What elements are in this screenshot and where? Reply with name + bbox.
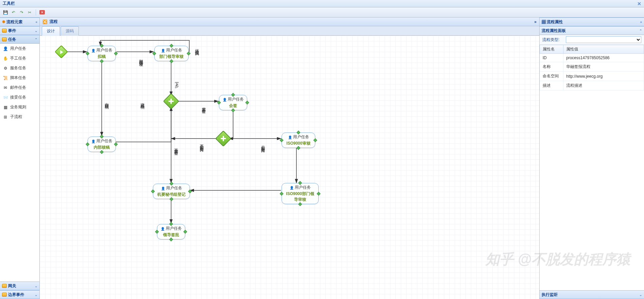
close-icon[interactable]: ✕ — [637, 1, 641, 6]
toolbar-title: 工具栏 — [3, 1, 15, 6]
edge-label: 需要会签 — [201, 104, 206, 107]
task-user[interactable]: 👤用户任务 — [0, 44, 39, 53]
tasks-group[interactable]: 任务 ⌃ — [0, 35, 39, 44]
hand-icon: ✋ — [3, 56, 8, 61]
folder-icon — [2, 29, 7, 33]
canvas[interactable]: 用户任务 拟稿 用户任务 部门领导审核 用户任务 内部核稿 用户任务 — [40, 36, 539, 299]
task-manual[interactable]: ✋手工任务 — [0, 53, 39, 63]
inbox-icon: 📨 — [3, 95, 8, 100]
toolbar-buttons: 💾 ↶ ↷ ✂ ✕ — [0, 7, 644, 17]
col-attr-name: 属性名 — [540, 45, 564, 54]
task-rule[interactable]: ▦业务规则 — [0, 102, 39, 112]
chevron-up-icon: ⌃ — [35, 38, 37, 41]
tab-design[interactable]: 设计 — [42, 26, 60, 36]
flow-type-label: 流程类型: — [542, 37, 566, 43]
script-icon: 📜 — [3, 75, 8, 81]
sidebar-left: ❋ 流程元素 « 事件 ⌄ 任务 ⌃ 👤用户任务 ✋手工任务 ⚙服务任务 📜脚本… — [0, 17, 40, 299]
user-icon — [91, 139, 95, 144]
props-title[interactable]: ▦ 流程属性 » — [540, 17, 644, 26]
node-iso-review[interactable]: 用户任务 ISO9000审核 — [282, 133, 315, 148]
undo-icon: ↶ — [12, 10, 15, 15]
save-icon: 💾 — [3, 10, 8, 15]
edge-label: 完成核稿 — [139, 100, 145, 102]
node-cosign[interactable]: 用户任务 会签 — [219, 95, 247, 110]
chevron-up-icon: ⌃ — [639, 29, 642, 33]
center-panel: 🔀 流程 » 设计 源码 — [40, 17, 540, 299]
elements-icon: ❋ — [2, 20, 5, 24]
edge-label: 是制定文件 — [260, 143, 266, 146]
chevron-down-icon: ⌄ — [639, 293, 642, 297]
save-button[interactable]: 💾 — [2, 9, 9, 16]
flow-icon: 🔀 — [42, 20, 47, 24]
separator — [36, 9, 36, 15]
events-group[interactable]: 事件 ⌄ — [0, 26, 39, 35]
table-row[interactable]: 描述流程描述 — [540, 81, 644, 90]
undo-button[interactable]: ↶ — [10, 9, 17, 16]
center-title: 流程 — [50, 19, 58, 25]
task-receive[interactable]: 📨接受任务 — [0, 92, 39, 102]
user-icon — [223, 97, 227, 102]
user-icon — [161, 186, 165, 191]
user-icon — [290, 185, 294, 190]
elements-panel-title[interactable]: ❋ 流程元素 « — [0, 17, 39, 26]
task-list: 👤用户任务 ✋手工任务 ⚙服务任务 📜脚本任务 ✉邮件任务 📨接受任务 ▦业务规… — [0, 44, 39, 282]
table-row[interactable]: 命名空间http://www.jeecg.org — [540, 72, 644, 81]
flow-type-select[interactable] — [566, 36, 641, 43]
edge-label: 下一步 — [174, 79, 180, 81]
gateway-group[interactable]: 网关 ⌄ — [0, 282, 39, 290]
center-header: 🔀 流程 » — [40, 17, 539, 26]
user-icon — [91, 48, 95, 53]
node-draft[interactable]: 用户任务 拟稿 — [88, 46, 116, 61]
task-subprocess[interactable]: ⊞子流程 — [0, 112, 39, 122]
listener-panel[interactable]: 执行监听 ⌄ — [540, 290, 644, 299]
redo-icon: ↷ — [20, 10, 23, 15]
edge-label: 不是制定文件 — [199, 141, 204, 145]
table-row[interactable]: 名称华融签报流程 — [540, 62, 644, 72]
gateway-1[interactable] — [165, 96, 177, 107]
delete-icon: ✕ — [39, 10, 45, 14]
cut-button[interactable]: ✂ — [26, 9, 33, 16]
gear-icon: ⚙ — [3, 66, 8, 71]
edge-label: 不需要会签 — [173, 145, 179, 149]
folder-icon — [2, 284, 7, 288]
task-service[interactable]: ⚙服务任务 — [0, 63, 39, 73]
flow-type-row: 流程类型: — [540, 35, 644, 45]
user-icon — [161, 226, 165, 231]
chevron-collapse-icon: « — [35, 20, 37, 24]
tab-source[interactable]: 源码 — [61, 26, 79, 36]
chevron-down-icon: ⌄ — [35, 29, 37, 33]
sidebar-right: ▦ 流程属性 » 流程属性面板 ⌃ 流程类型: 属性名属性值 IDprocess… — [540, 17, 644, 299]
node-dept-review[interactable]: 用户任务 部门领导审核 — [154, 46, 189, 61]
gateway-2[interactable] — [218, 133, 229, 144]
chevron-down-icon: ⌄ — [35, 293, 37, 297]
props-table: 属性名属性值 IDprocess1479785052586 名称华融签报流程 命… — [540, 45, 644, 290]
boundary-group[interactable]: 边界事件 ⌄ — [0, 290, 39, 299]
node-internal-review[interactable]: 用户任务 内部核稿 — [88, 137, 116, 152]
redo-button[interactable]: ↷ — [18, 9, 25, 16]
user-icon: 👤 — [3, 46, 8, 51]
grid-icon: ▦ — [542, 20, 546, 24]
chevron-collapse-icon[interactable]: » — [534, 20, 537, 24]
task-script[interactable]: 📜脚本任务 — [0, 73, 39, 83]
edge-label: 内部核稿 — [104, 100, 109, 102]
start-node[interactable] — [57, 47, 66, 57]
rule-icon: ▦ — [3, 105, 8, 110]
mail-icon: ✉ — [3, 85, 8, 90]
user-icon — [288, 135, 292, 140]
table-row[interactable]: IDprocess1479785052586 — [540, 54, 644, 62]
folder-icon — [2, 293, 7, 297]
folder-icon — [2, 37, 7, 41]
edge-label: 部门领导审核 — [138, 56, 144, 60]
node-secretary[interactable]: 用户任务 机要秘书组登记 — [153, 184, 190, 199]
chevron-down-icon: ⌄ — [35, 284, 37, 288]
chevron-collapse-icon: » — [640, 20, 642, 24]
edge-label: 退给拟稿人 — [194, 46, 200, 49]
node-iso-dept[interactable]: 用户任务 ISO9000部门领导审核 — [282, 183, 319, 204]
delete-button[interactable]: ✕ — [39, 9, 45, 16]
task-mail[interactable]: ✉邮件任务 — [0, 83, 39, 92]
node-leader-approve[interactable]: 用户任务 领导签批 — [157, 224, 185, 239]
col-attr-value: 属性值 — [564, 45, 644, 54]
props-panel-title[interactable]: 流程属性面板 ⌃ — [540, 26, 644, 35]
edges-layer — [40, 36, 511, 299]
user-icon — [161, 48, 165, 53]
